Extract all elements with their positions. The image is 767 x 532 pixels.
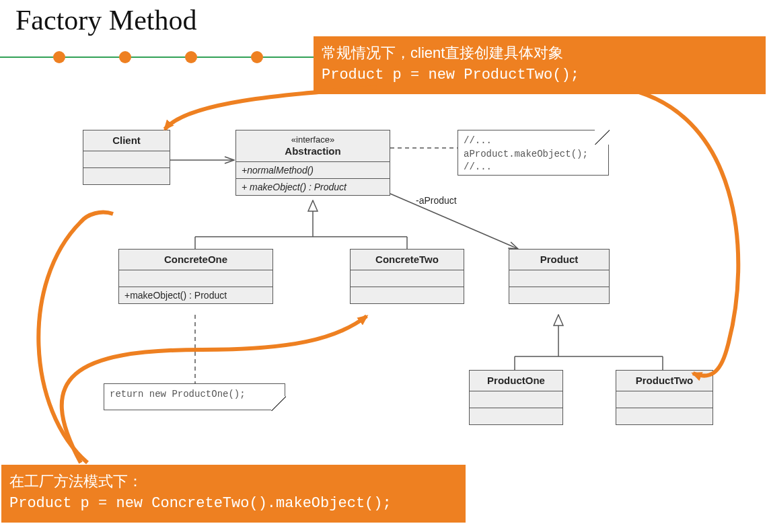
- uml-attrs: [509, 270, 609, 287]
- callout-line2: Product p = new ProductTwo();: [322, 64, 758, 86]
- uml-class-producttwo: ProductTwo: [616, 370, 713, 425]
- uml-ops: [470, 408, 562, 424]
- assoc-label-aproduct: -aProduct: [416, 195, 457, 206]
- note-fold-icon: [595, 130, 610, 145]
- uml-class-name: ProductTwo: [616, 371, 713, 391]
- svg-point-2: [119, 51, 131, 63]
- uml-stereotype: «interface»: [239, 135, 387, 145]
- uml-op-makeObject: +makeObject() : Product: [119, 287, 272, 303]
- uml-ops: [616, 408, 713, 424]
- uml-class-productone: ProductOne: [469, 370, 563, 425]
- svg-point-4: [251, 51, 263, 63]
- uml-ops: [509, 287, 609, 303]
- uml-ops: [351, 287, 464, 303]
- uml-op-makeObject: + makeObject() : Product: [236, 179, 390, 195]
- uml-class-header: «interface» Abstraction: [236, 130, 390, 162]
- uml-class-name: Product: [509, 250, 609, 270]
- uml-attrs: [83, 151, 170, 168]
- uml-note-makeobject: //... aProduct.makeObject(); //...: [458, 130, 609, 176]
- svg-point-1: [53, 51, 65, 63]
- callout-factory-creation: 在工厂方法模式下： Product p = new ConcreteTwo().…: [1, 465, 466, 523]
- uml-ops: [83, 168, 170, 184]
- callout-line1: 在工厂方法模式下：: [9, 470, 458, 492]
- uml-op-normalMethod: +normalMethod(): [236, 162, 390, 179]
- callout-direct-creation: 常规情况下，client直接创建具体对象 Product p = new Pro…: [314, 36, 766, 94]
- uml-attrs: [119, 270, 272, 287]
- uml-class-name: Abstraction: [285, 145, 340, 157]
- note-line: aProduct.makeObject();: [464, 149, 588, 159]
- uml-class-product: Product: [509, 249, 610, 304]
- svg-point-3: [185, 51, 197, 63]
- uml-class-name: Client: [83, 130, 170, 151]
- callout-line1: 常规情况下，client直接创建具体对象: [322, 42, 758, 64]
- note-line: //...: [464, 135, 492, 146]
- uml-attrs: [616, 391, 713, 408]
- uml-attrs: [470, 391, 562, 408]
- note-fold-icon: [271, 396, 286, 411]
- uml-class-client: Client: [83, 130, 170, 185]
- callout-line2: Product p = new ConcreteTwo().makeObject…: [9, 492, 458, 515]
- uml-interface-abstraction: «interface» Abstraction +normalMethod() …: [235, 130, 390, 196]
- uml-class-concreteone: ConcreteOne +makeObject() : Product: [118, 249, 273, 304]
- diagram-title: Factory Method: [15, 4, 196, 36]
- uml-note-returnnew: return new ProductOne();: [104, 383, 285, 410]
- uml-attrs: [351, 270, 464, 287]
- uml-class-name: ProductOne: [470, 371, 562, 391]
- uml-class-name: ConcreteTwo: [351, 250, 464, 270]
- uml-class-name: ConcreteOne: [119, 250, 272, 270]
- note-line: return new ProductOne();: [110, 389, 246, 400]
- note-line: //...: [464, 161, 492, 172]
- uml-class-concretetwo: ConcreteTwo: [350, 249, 464, 304]
